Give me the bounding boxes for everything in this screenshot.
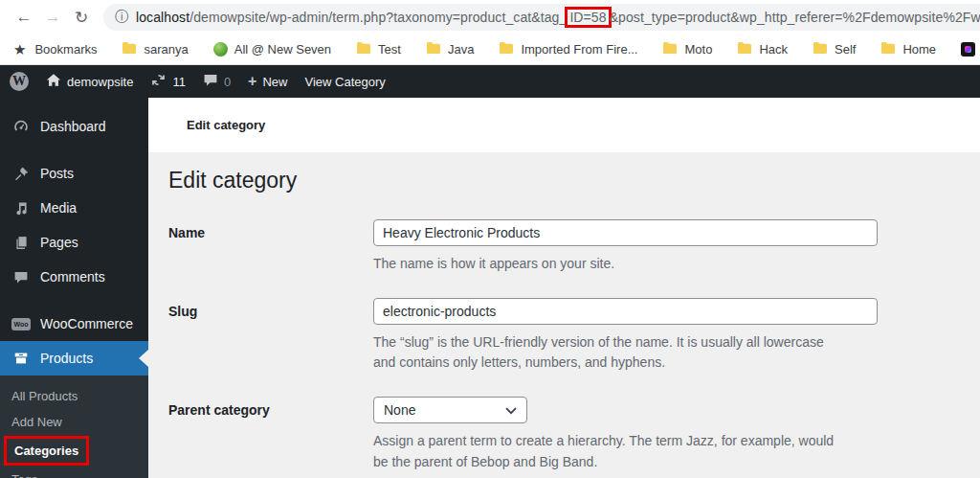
sidebar-item-categories[interactable]: Categories (0, 435, 148, 467)
name-help-text: The name is how it appears on your site. (373, 254, 844, 275)
name-input[interactable] (373, 219, 878, 246)
screen-title-bar: Edit category (148, 98, 980, 152)
comment-bubble-icon (203, 73, 218, 90)
slug-input[interactable] (373, 298, 878, 325)
pages-icon (11, 233, 31, 252)
home-icon (46, 73, 61, 90)
url-id-highlight-box: ID=58 (565, 7, 611, 28)
wordpress-logo-icon: W (10, 72, 29, 91)
url-path-after: &post_type=product&wp_http_referer=%2Fde… (610, 10, 980, 25)
sidebar-item-dashboard[interactable]: Dashboard (0, 109, 148, 144)
page-title: Edit category (168, 168, 980, 193)
bookmark-hack[interactable]: Hack (737, 41, 788, 57)
sidebar-item-comments[interactable]: Comments (0, 260, 148, 294)
dashboard-icon (11, 117, 31, 136)
sidebar-item-posts[interactable]: Posts (0, 156, 148, 191)
folder-icon (499, 41, 514, 57)
content-area: Edit category Edit category Name The nam… (148, 98, 980, 478)
green-sphere-icon (213, 42, 228, 57)
media-icon (11, 198, 31, 217)
sidebar-item-products[interactable]: Products (0, 341, 148, 376)
comments-menu[interactable]: 0 (203, 73, 231, 90)
bookmark-test[interactable]: Test (356, 41, 401, 57)
bookmark-self[interactable]: Self (813, 41, 856, 57)
current-menu-arrow (139, 350, 148, 367)
slug-label: Slug (168, 298, 373, 374)
bookmarks-bar: ★ Bookmarks saranya All @ New Seven Test… (0, 34, 980, 65)
view-category-link[interactable]: View Category (304, 75, 385, 89)
bookmark-imported-from-firefox[interactable]: Imported From Fire... (499, 41, 637, 57)
edit-category-form: Edit category Name The name is how it ap… (148, 152, 980, 478)
plus-icon: + (248, 73, 256, 90)
products-box-icon (11, 349, 31, 368)
new-content-menu[interactable]: + New (248, 73, 287, 90)
url-path-before: /demowpsite/wp-admin/term.php?taxonomy=p… (189, 10, 567, 25)
bookmark-all-new-seven[interactable]: All @ New Seven (213, 42, 331, 57)
updates-menu[interactable]: 11 (150, 72, 186, 91)
parent-category-label: Parent category (168, 397, 373, 472)
wp-logo-menu[interactable]: W (10, 72, 29, 91)
parent-category-select[interactable]: None (373, 397, 527, 423)
folder-icon (426, 41, 441, 57)
chevron-down-icon (505, 402, 517, 418)
reload-icon[interactable]: ↻ (67, 8, 96, 28)
admin-sidebar: Dashboard Posts Media Pages Comments Woo… (0, 98, 148, 478)
folder-icon (880, 41, 896, 57)
url-domain: localhost (136, 10, 189, 25)
site-name-menu[interactable]: demowpsite (46, 73, 133, 90)
slug-help-text: The “slug” is the URL-friendly version o… (373, 332, 844, 374)
sidebar-item-woocommerce[interactable]: Woo WooCommerce (0, 307, 148, 341)
forward-icon[interactable]: → (38, 8, 67, 27)
screen-title: Edit category (187, 118, 265, 132)
sidebar-item-all-products[interactable]: All Products (0, 383, 148, 409)
folder-icon (813, 41, 828, 57)
name-row: Name The name is how it appears on your … (168, 219, 980, 275)
bookmarks-label: Bookmarks (34, 42, 97, 57)
sidebar-item-tags[interactable]: Tags (0, 467, 148, 478)
site-info-icon[interactable]: ⓘ (115, 9, 128, 26)
parent-category-selected-value: None (384, 402, 415, 418)
folder-icon (122, 41, 137, 57)
name-label: Name (168, 219, 373, 275)
sidebar-item-add-new[interactable]: Add New (0, 409, 148, 435)
sidebar-item-pages[interactable]: Pages (0, 225, 148, 260)
browser-toolbar: ← → ↻ ⓘ localhost/demowpsite/wp-admin/te… (0, 0, 980, 34)
slug-row: Slug The “slug” is the URL-friendly vers… (168, 298, 980, 374)
folder-icon (737, 41, 752, 57)
folder-icon (662, 41, 678, 57)
wp-admin-bar: W demowpsite 11 0 + New View Category (0, 65, 980, 98)
bookmark-adobe-express[interactable]: Adobe Express (961, 42, 980, 57)
woocommerce-icon: Woo (11, 314, 31, 333)
address-bar[interactable]: ⓘ localhost/demowpsite/wp-admin/term.php… (103, 4, 980, 31)
parent-category-help-text: Assign a parent term to create a hierarc… (373, 431, 844, 472)
products-submenu: All Products Add New Categories Tags Att… (0, 376, 148, 478)
bookmark-saranya[interactable]: saranya (122, 41, 188, 57)
parent-category-row: Parent category None Assign a parent ter… (168, 397, 980, 472)
wp-admin-page: Dashboard Posts Media Pages Comments Woo… (0, 98, 980, 478)
comments-icon (11, 267, 31, 286)
categories-highlight-box: Categories (4, 436, 89, 466)
updates-icon (150, 72, 167, 91)
adobe-express-icon (961, 42, 975, 57)
bookmark-home[interactable]: Home (880, 41, 936, 57)
sidebar-item-media[interactable]: Media (0, 191, 148, 225)
bookmarks-star-icon[interactable]: ★ (13, 41, 26, 58)
bookmark-moto[interactable]: Moto (662, 41, 712, 57)
back-icon[interactable]: ← (10, 8, 38, 27)
url-text: localhost/demowpsite/wp-admin/term.php?t… (136, 7, 980, 28)
folder-icon (356, 41, 371, 57)
bookmark-java[interactable]: Java (426, 41, 474, 57)
pushpin-icon (11, 164, 31, 183)
